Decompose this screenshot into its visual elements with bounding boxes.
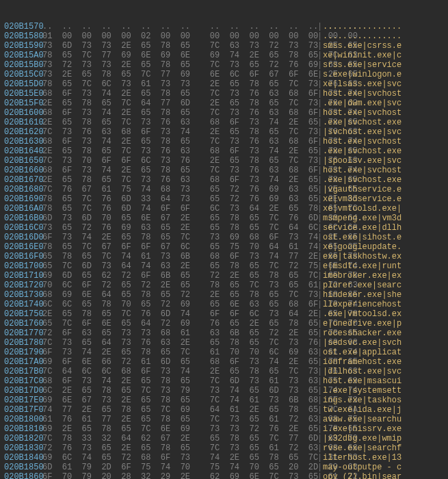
hex-row[interactable]: 020B176065 7C 6F 6E 65 64 72 69 76 65 2E…	[4, 319, 448, 328]
column-separator: |	[317, 453, 323, 463]
column-separator: |	[317, 396, 323, 405]
hex-row[interactable]: 020B17C068 6F 73 74 2E 65 78 65 7C 6D 73…	[4, 376, 448, 386]
hex-row[interactable]: 020B16B06D 73 6D 70 65 6E 67 2E 65 78 65…	[4, 213, 448, 223]
offset-cell: 020B1820	[4, 434, 42, 443]
hex-cell: 6D 73 6D 70 65 6E 67 2E 65 78 65 7C 76 6…	[42, 213, 317, 223]
hex-row[interactable]: 020B16402E 65 78 65 7C 73 76 63 68 6F 73…	[4, 146, 448, 156]
hex-row[interactable]: 020B17807C 73 65 64 73 76 63 2E 65 78 65…	[4, 338, 448, 348]
column-separator: |	[317, 261, 323, 271]
hex-cell: 68 6F 73 74 2E 65 78 65 7C 73 76 63 68 6…	[42, 89, 317, 99]
hex-row[interactable]: 020B158001 00 00 00 00 02 00 00 00 00 00…	[4, 31, 448, 41]
ascii-cell: s.exe|winlogon.e	[323, 70, 448, 79]
hex-cell: 6C 2E 65 78 65 7C 73 79 73 74 65 6D 73 6…	[42, 386, 317, 396]
hex-row[interactable]: 020B160068 6F 73 74 2E 65 78 65 7C 73 76…	[4, 108, 448, 118]
hex-row[interactable]: 020B17F074 77 2E 65 78 65 7C 69 64 61 2E…	[4, 405, 448, 415]
hex-cell: 72 76 73 65 2E 65 78 65 7C 73 65 61 72 6…	[42, 443, 317, 453]
hex-row[interactable]: 020B16207C 73 76 63 68 6F 73 74 2E 65 78…	[4, 127, 448, 137]
hex-row[interactable]: 020B18506D 61 79 2D 6F 75 74 70 75 74 70…	[4, 463, 448, 472]
offset-cell: 020B17C0	[4, 376, 42, 386]
hex-row[interactable]: 020B184069 6C 74 65 72 68 6F 73 74 2E 65…	[4, 453, 448, 463]
column-separator: |	[317, 60, 323, 70]
hex-row[interactable]: 020B15A078 65 7C 77 69 6E 69 6E 69 74 2E…	[4, 51, 448, 60]
hex-row[interactable]: 020B170065 7C 6D 73 64 74 63 2E 65 78 65…	[4, 261, 448, 271]
hex-cell: 2E 65 78 65 7C 64 77 6D 2E 65 78 65 7C 7…	[42, 99, 317, 108]
column-separator: |	[317, 376, 323, 386]
hex-row[interactable]: 020B183072 76 73 65 2E 65 78 65 7C 73 65…	[4, 443, 448, 453]
hex-row[interactable]: 020B159073 6D 73 73 2E 65 78 65 7C 63 73…	[4, 41, 448, 51]
ascii-cell: .exe|dwm.exe|svc	[323, 99, 448, 108]
hex-row[interactable]: 020B15B073 72 73 73 2E 65 78 65 7C 73 65…	[4, 60, 448, 70]
hex-row[interactable]: 020B15E068 6F 73 74 2E 65 78 65 7C 73 76…	[4, 89, 448, 99]
offset-cell: 020B1780	[4, 338, 42, 348]
hex-row[interactable]: 020B1570.. .. .. .. .. .. .. .. .. .. ..…	[4, 22, 448, 31]
offset-cell: 020B1730	[4, 290, 42, 300]
offset-cell: 020B1650	[4, 156, 42, 166]
column-separator: |	[317, 463, 323, 472]
hex-row[interactable]: 020B171069 6D 65 62 72 6F 6B 65 72 2E 65…	[4, 271, 448, 281]
hex-viewer[interactable]: 020B1570.. .. .. .. .. .. .. .. .. .. ..…	[0, 0, 448, 479]
hex-cell: 69 6D 65 62 72 6F 6B 65 72 2E 65 78 65 7…	[42, 271, 317, 281]
ascii-cell: service.exe|dllh	[323, 223, 448, 233]
ascii-cell: exe|taskhostw.ex	[323, 252, 448, 261]
hex-row[interactable]: 020B180061 76 61 77 2E 65 78 65 7C 73 65…	[4, 415, 448, 424]
ascii-cell: smss.exe|csrss.e	[323, 41, 448, 51]
hex-row[interactable]: 020B16E078 65 7C 67 6F 6F 67 6C 65 75 70…	[4, 242, 448, 252]
hex-row[interactable]: 020B181069 2E 65 78 65 7C 6E 69 73 73 72…	[4, 424, 448, 434]
hex-row[interactable]: 020B18606F 70 79 20 28 32 29 2E 62 69 6E…	[4, 472, 448, 479]
hex-cell: 65 78 65 7C 74 61 73 6B 68 6F 73 74 77 2…	[42, 252, 317, 261]
offset-cell: 020B1840	[4, 453, 42, 463]
hex-cell: 7C 76 67 61 75 74 68 73 65 72 76 69 63 6…	[42, 185, 317, 194]
hex-row[interactable]: 020B172070 6C 6F 72 65 72 2E 65 78 65 7C…	[4, 281, 448, 290]
hex-row[interactable]: 020B17B07C 64 6C 6C 68 6F 73 74 2E 65 78…	[4, 367, 448, 376]
column-separator: |	[317, 194, 323, 204]
hex-row[interactable]: 020B16F065 78 65 7C 74 61 73 6B 68 6F 73…	[4, 252, 448, 261]
hex-row[interactable]: 020B18207C 78 33 32 64 62 67 2E 65 78 65…	[4, 434, 448, 443]
hex-row[interactable]: 020B17E069 6E 67 73 2E 65 78 65 7C 74 61…	[4, 396, 448, 405]
hex-row[interactable]: 020B17906F 73 74 2E 65 78 65 7C 61 70 70…	[4, 348, 448, 357]
column-separator: |	[317, 204, 323, 213]
hex-row[interactable]: 020B15C073 2E 65 78 65 7C 77 69 6E 6C 6F…	[4, 70, 448, 79]
hex-row[interactable]: 020B16D06F 73 74 2E 65 78 65 7C 73 69 68…	[4, 233, 448, 242]
hex-cell: 7C 73 70 6F 6F 6C 73 76 2E 65 78 65 7C 7…	[42, 156, 317, 166]
column-separator: |	[317, 252, 323, 261]
ascii-cell: msmpeng.exe|vm3d	[323, 213, 448, 223]
hex-row[interactable]: 020B166068 6F 73 74 2E 65 78 65 7C 73 76…	[4, 166, 448, 175]
column-separator: |	[317, 223, 323, 233]
hex-row[interactable]: 020B16A078 65 7C 76 6D 74 6F 6F 6C 73 64…	[4, 204, 448, 213]
hex-cell: 2E 65 78 65 7C 73 76 63 68 6F 73 74 2E 6…	[42, 146, 317, 156]
hex-row[interactable]: 020B15D078 65 7C 6C 73 61 73 73 2E 65 78…	[4, 79, 448, 89]
hex-row[interactable]: 020B16507C 73 70 6F 6F 6C 73 76 2E 65 78…	[4, 156, 448, 166]
column-separator: |	[317, 242, 323, 252]
hex-cell: 2E 65 78 65 7C 73 76 63 68 6F 73 74 2E 6…	[42, 175, 317, 185]
offset-cell: 020B1800	[4, 415, 42, 424]
hex-row[interactable]: 020B177072 6F 63 65 73 73 68 61 63 6B 65…	[4, 328, 448, 338]
column-separator: |	[317, 31, 323, 41]
hex-row[interactable]: 020B16C073 65 72 76 69 63 65 2E 65 78 65…	[4, 223, 448, 233]
offset-cell: 020B1850	[4, 463, 42, 472]
offset-cell: 020B1830	[4, 443, 42, 453]
hex-cell: 6F 73 74 2E 65 78 65 7C 61 70 70 6C 69 6…	[42, 348, 317, 357]
hex-row[interactable]: 020B15F02E 65 78 65 7C 64 77 6D 2E 65 78…	[4, 99, 448, 108]
hex-row[interactable]: 020B17D06C 2E 65 78 65 7C 73 79 73 74 65…	[4, 386, 448, 396]
offset-cell: 020B16E0	[4, 242, 42, 252]
hex-row[interactable]: 020B17406C 6C 65 78 70 65 72 69 65 6E 63…	[4, 300, 448, 309]
hex-row[interactable]: 020B16702E 65 78 65 7C 73 76 63 68 6F 73…	[4, 175, 448, 185]
offset-cell: 020B1790	[4, 348, 42, 357]
hex-row[interactable]: 020B169078 65 7C 76 6D 33 64 73 65 72 76…	[4, 194, 448, 204]
hex-row[interactable]: 020B16102E 65 78 65 7C 73 76 63 68 6F 73…	[4, 118, 448, 127]
offset-cell: 020B1750	[4, 309, 42, 319]
ascii-cell: ................	[323, 31, 448, 41]
offset-cell: 020B17E0	[4, 396, 42, 405]
hex-row[interactable]: 020B173068 69 6E 64 65 78 65 72 2E 65 78…	[4, 290, 448, 300]
hex-row[interactable]: 020B163068 6F 73 74 2E 65 78 65 7C 73 76…	[4, 137, 448, 146]
column-separator: |	[317, 137, 323, 146]
column-separator: |	[317, 99, 323, 108]
hex-row[interactable]: 020B17502E 65 78 65 7C 76 6D 74 6F 6F 6C…	[4, 309, 448, 319]
hex-cell: 78 65 7C 77 69 6E 69 6E 69 74 2E 65 78 6…	[42, 51, 317, 60]
ascii-cell: ings.exe|taskhos	[323, 396, 448, 405]
hex-cell: 68 6F 73 74 2E 65 78 65 7C 6D 73 61 73 6…	[42, 376, 317, 386]
column-separator: |	[317, 79, 323, 89]
hex-row[interactable]: 020B17A069 6F 6E 66 72 61 6D 65 68 6F 73…	[4, 357, 448, 367]
ascii-cell: opy (2).bin|sear	[323, 472, 448, 479]
hex-row[interactable]: 020B16807C 76 67 61 75 74 68 73 65 72 76…	[4, 185, 448, 194]
